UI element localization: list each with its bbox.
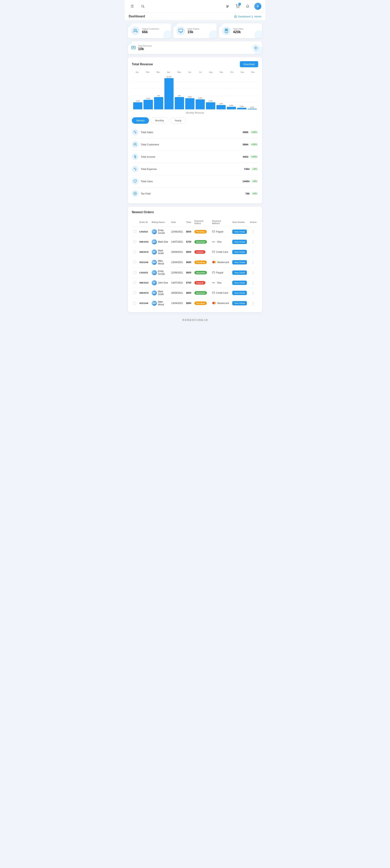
checkbox-3[interactable] <box>133 261 136 264</box>
action-dots-btn-2[interactable]: ⋮ <box>250 249 256 254</box>
stats-list-right-4: 14454 +5% <box>243 180 258 183</box>
stats-label-1: Total Customers <box>141 143 159 146</box>
th-6: Payment Method <box>210 218 231 227</box>
stats-list-right-0: 5995 +15% <box>243 130 258 134</box>
td-check-0 <box>132 227 138 237</box>
view-detail-btn-7[interactable]: View Detail <box>232 301 247 305</box>
td-viewbtn-4[interactable]: View Detail <box>231 268 248 278</box>
checkbox-2[interactable] <box>133 250 136 253</box>
method-name-3: Mastercard <box>217 261 229 264</box>
table-row-0: #JH2033 EA Emily Arnold 22/06/2021 $600 … <box>132 227 258 237</box>
td-date-5: 14/07/2021 <box>170 278 184 288</box>
action-dots-btn-5[interactable]: ⋮ <box>250 280 256 285</box>
bar-rect-11 <box>248 109 257 109</box>
view-detail-btn-3[interactable]: View Detail <box>232 260 247 265</box>
tab-weekly[interactable]: Weekly <box>132 117 149 124</box>
view-detail-btn-6[interactable]: View Detail <box>232 291 247 295</box>
td-name-5: JD John Doe <box>150 278 170 288</box>
bar-item-mar: 4% <box>153 95 164 109</box>
method-cell-2: Credit Card <box>212 250 229 254</box>
user-avatar-7: MW <box>152 301 157 306</box>
filter-icon[interactable] <box>224 3 231 10</box>
td-viewbtn-1[interactable]: View Detail <box>231 237 248 247</box>
method-name-7: Mastercard <box>217 302 229 305</box>
method-cell-5: VISA Visa <box>212 281 229 284</box>
td-viewbtn-2[interactable]: View Detail <box>231 247 248 257</box>
method-cell-7: Mastercard <box>212 302 229 305</box>
td-check-2 <box>132 247 138 257</box>
th-2: Billing Name <box>150 218 170 227</box>
bar-label-1: 3.1% <box>146 97 150 99</box>
action-dots-btn-3[interactable]: ⋮ <box>250 260 256 265</box>
method-cell-4: Paypal <box>212 271 229 275</box>
svg-point-20 <box>134 192 137 195</box>
search-icon[interactable] <box>139 3 146 10</box>
table-row-7: #DD1048 MW Mike Wood 13/04/2021 $880 Pen… <box>132 298 258 309</box>
td-viewbtn-6[interactable]: View Detail <box>231 288 248 298</box>
bar-label-5: 3.6% <box>188 96 192 98</box>
tab-monthly[interactable]: Monthly <box>151 117 169 124</box>
orders-table: Order IDBilling NameDateTotalPayment Sta… <box>132 218 258 308</box>
view-detail-btn-4[interactable]: View Detail <box>232 271 247 275</box>
view-detail-btn-5[interactable]: View Detail <box>232 281 247 285</box>
svg-rect-29 <box>212 272 215 273</box>
action-dots-btn-0[interactable]: ⋮ <box>250 229 256 234</box>
menu-icon[interactable]: ☰ <box>129 3 136 10</box>
stats-list-right-5: 786 +5% <box>245 192 258 195</box>
th-4: Total <box>184 218 193 227</box>
view-detail-btn-0[interactable]: View Detail <box>232 229 247 234</box>
bell-icon[interactable] <box>244 3 251 10</box>
bar-rect-3 <box>164 78 174 109</box>
action-dots-btn-6[interactable]: ⋮ <box>250 290 256 296</box>
checkbox-4[interactable] <box>133 271 136 274</box>
checkbox-1[interactable] <box>133 240 136 243</box>
revenue-card: Total Revenue 10k ⚙ <box>128 41 262 54</box>
tab-yearly[interactable]: Yearly <box>170 117 186 124</box>
table-row-6: #MD4578 MS Mark Smith 28/08/2021 $800 Su… <box>132 288 258 298</box>
svg-point-5 <box>228 6 229 7</box>
view-detail-btn-1[interactable]: View Detail <box>232 240 247 244</box>
daily-orders-value: 15k <box>187 30 199 34</box>
user-name-0: Emily Arnold <box>158 229 168 235</box>
stats-change-5: +5% <box>251 192 258 195</box>
td-viewbtn-3[interactable]: View Detail <box>231 257 248 268</box>
checkbox-6[interactable] <box>133 291 136 294</box>
revenue-label: Total Revenue <box>138 44 152 47</box>
svg-rect-22 <box>212 230 215 232</box>
stats-list-item-4: Total Likes 14454 +5% <box>132 175 258 187</box>
month-label-feb: Feb <box>142 71 153 73</box>
td-viewbtn-7[interactable]: View Detail <box>231 298 248 309</box>
td-action-3: ⋮ <box>248 257 258 268</box>
bar-label-4: 4% <box>178 95 181 97</box>
cart-icon[interactable]: 70 <box>234 3 241 10</box>
stats-list-left-1: Total Customers <box>132 141 159 148</box>
method-icon-3 <box>212 261 216 264</box>
checkbox-7[interactable] <box>133 302 136 304</box>
download-button[interactable]: Download <box>240 61 258 67</box>
td-viewbtn-0[interactable]: View Detail <box>231 227 248 237</box>
happy-customers-value: 66k <box>142 30 159 34</box>
svg-point-18 <box>134 143 135 144</box>
td-status-3: Pending <box>193 257 211 268</box>
method-name-2: Credit Card <box>216 251 228 253</box>
td-status-1: Success <box>193 237 211 247</box>
month-label-jun: Jun <box>184 71 195 73</box>
action-dots-btn-4[interactable]: ⋮ <box>250 270 256 275</box>
view-detail-btn-2[interactable]: View Detail <box>232 250 247 254</box>
th-0 <box>132 218 138 227</box>
action-dots-btn-1[interactable]: ⋮ <box>250 239 256 244</box>
stats-list-left-5: Tax Paid <box>132 190 151 197</box>
td-status-6: Success <box>193 288 211 298</box>
td-method-4: Paypal <box>210 268 231 278</box>
happy-customers-icon <box>131 27 140 35</box>
action-dots-btn-7[interactable]: ⋮ <box>250 301 256 306</box>
checkbox-0[interactable] <box>133 230 136 233</box>
method-name-6: Credit Card <box>216 291 228 294</box>
bar-item-sep: 1.4% <box>216 103 226 109</box>
stats-list-item-0: Total Sales 5995 +15% <box>132 126 258 138</box>
avatar[interactable]: A <box>254 3 261 10</box>
stat-card-daily-orders: Daily Orders 15k <box>173 23 216 38</box>
checkbox-5[interactable] <box>133 281 136 284</box>
td-viewbtn-5[interactable]: View Detail <box>231 278 248 288</box>
revenue-icon <box>131 45 136 51</box>
